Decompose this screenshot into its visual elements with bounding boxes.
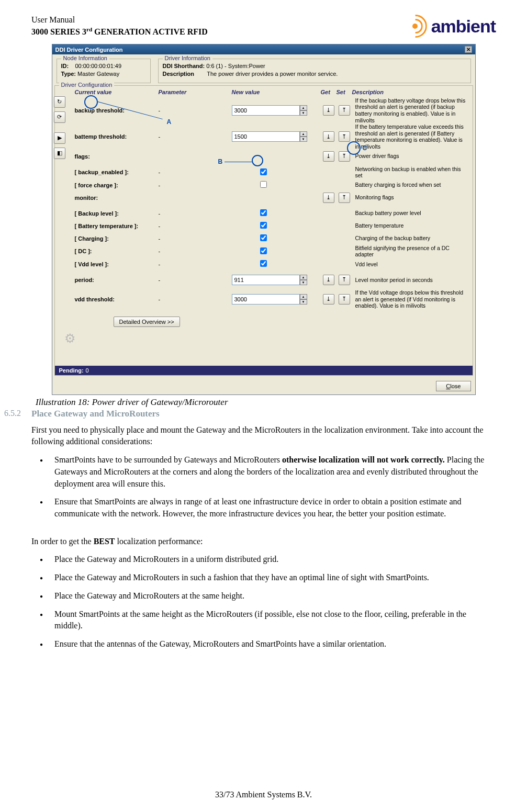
close-icon[interactable]: ✕: [465, 46, 472, 53]
param-label: battemp threshold:: [75, 133, 159, 140]
flag-checkbox[interactable]: [260, 247, 267, 254]
header-line2: 3000 SERIES 3rd GENERATION ACTIVE RFID: [31, 26, 208, 38]
value-input[interactable]: [232, 294, 300, 304]
current-value: -: [159, 223, 232, 229]
flag-checkbox[interactable]: [260, 181, 267, 188]
driver-info-group: Driver Information DDI Shorthand: 0:6 (1…: [158, 59, 471, 83]
section-title: Place Gateway and MicroRouters: [31, 409, 496, 419]
list-item: Place the Gateway and MicroRouters at th…: [54, 590, 496, 602]
list-item: Ensure that SmartPoints are always in ra…: [54, 496, 496, 520]
driver-config-title: Driver Configuration: [59, 82, 115, 88]
current-value: -: [159, 235, 232, 242]
get-icon[interactable]: ⤓: [323, 294, 334, 304]
header-line1: User Manual: [31, 15, 208, 26]
driver-config-group: Driver Configuration ↻ ⟳ ▶ ◧ A B C Curre…: [54, 85, 473, 376]
param-description: If the Vdd voltage drops below this thre…: [352, 289, 468, 309]
value-input[interactable]: [232, 275, 300, 285]
set-icon[interactable]: ⤒: [339, 151, 350, 162]
param-description: Backup battery power level: [352, 210, 468, 217]
reload-icon[interactable]: ↻: [54, 96, 65, 108]
spin-up-icon[interactable]: ▲: [300, 275, 307, 280]
list-item: Place the Gateway and MicroRouters in su…: [54, 572, 496, 584]
param-description: Battery temperature: [352, 222, 468, 229]
set-icon[interactable]: ⤒: [339, 105, 350, 116]
get-icon[interactable]: ⤓: [323, 193, 334, 203]
spin-down-icon[interactable]: ▼: [300, 280, 307, 285]
config-row: flags:⤓⤒Power driver flags: [59, 150, 468, 163]
apply-icon[interactable]: ▶: [54, 132, 65, 144]
get-icon[interactable]: ⤓: [323, 131, 334, 142]
param-description: Power driver flags: [352, 153, 468, 160]
flag-checkbox[interactable]: [260, 260, 267, 267]
detailed-overview-button[interactable]: Detailed Overview >>: [114, 317, 180, 327]
config-row: backup threshold:-▲▼⤓⤒If the backup batt…: [59, 97, 468, 123]
spin-up-icon[interactable]: ▲: [300, 131, 307, 137]
close-button[interactable]: Close: [436, 381, 470, 391]
current-value: -: [159, 169, 232, 175]
spin-up-icon[interactable]: ▲: [300, 294, 307, 299]
logo: ambient: [405, 15, 496, 38]
config-row: [ Vdd level ]:-Vdd level: [59, 258, 468, 270]
param-label: monitor:: [75, 195, 159, 201]
param-label: [ Charging ]:: [75, 235, 159, 242]
config-row: [ DC ]:-Bitfield signifying the presence…: [59, 245, 468, 258]
paragraph-1: First you need to physically place and m…: [31, 424, 496, 448]
list-item: Place the Gateway and MicroRouters in a …: [54, 554, 496, 566]
set-icon[interactable]: ⤒: [339, 275, 350, 285]
get-icon[interactable]: ⤓: [323, 105, 334, 116]
config-row: battemp threshold:-▲▼⤓⤒If the battery te…: [59, 123, 468, 150]
current-value: -: [159, 261, 232, 267]
param-label: backup threshold:: [75, 107, 159, 114]
dialog-button-row: Close: [52, 378, 475, 394]
param-label: [ Battery temperature ]:: [75, 223, 159, 229]
spin-down-icon[interactable]: ▼: [300, 110, 307, 116]
flag-checkbox[interactable]: [260, 222, 267, 229]
param-label: period:: [75, 277, 159, 283]
param-description: Monitoring flags: [352, 194, 468, 201]
get-icon[interactable]: ⤓: [323, 275, 334, 285]
param-description: Battery charging is forced when set: [352, 182, 468, 188]
flag-checkbox[interactable]: [260, 234, 267, 241]
config-row: [ Battery temperature ]:-Battery tempera…: [59, 220, 468, 232]
param-label: [ DC ]:: [75, 248, 159, 254]
set-icon[interactable]: ⤒: [339, 294, 350, 304]
illustration-caption: Illustration 18: Power driver of Gateway…: [36, 397, 496, 408]
current-value: -: [159, 182, 232, 188]
set-icon[interactable]: ⤒: [339, 193, 350, 203]
config-side-buttons: ↻ ⟳ ▶ ◧: [54, 96, 65, 161]
ddi-driver-dialog: DDI Driver Configuration ✕ Node Informat…: [52, 44, 476, 395]
param-description: Vdd level: [352, 261, 468, 268]
config-row: [ Charging ]:-Charging of the backup bat…: [59, 232, 468, 245]
current-value: -: [159, 248, 232, 254]
config-row: [ Backup level ]:-Backup battery power l…: [59, 207, 468, 220]
toggle-icon[interactable]: ◧: [54, 148, 65, 159]
config-row: vdd threshold:-▲▼⤓⤒If the Vdd voltage dr…: [59, 289, 468, 309]
refresh-all-icon[interactable]: ⟳: [54, 111, 65, 123]
spin-down-icon[interactable]: ▼: [300, 137, 307, 142]
config-row: period:-▲▼⤓⤒Level monitor period in seco…: [59, 274, 468, 286]
param-description: If the battery temperature value exceeds…: [352, 123, 468, 150]
value-input[interactable]: [232, 105, 300, 116]
param-label: vdd threshold:: [75, 296, 159, 302]
logo-icon: [405, 15, 428, 38]
dialog-title: DDI Driver Configuration: [55, 47, 123, 53]
param-description: If the backup battery voltage drops belo…: [352, 97, 468, 123]
param-description: Charging of the backup battery: [352, 235, 468, 242]
list-item: SmartPoints have to be surrounded by Gat…: [54, 454, 496, 490]
dialog-titlebar[interactable]: DDI Driver Configuration ✕: [52, 44, 475, 54]
spin-up-icon[interactable]: ▲: [300, 105, 307, 110]
get-icon[interactable]: ⤓: [323, 151, 334, 162]
flag-checkbox[interactable]: [260, 168, 267, 175]
config-row: [ backup_enabled ]:-Networking on backup…: [59, 166, 468, 179]
current-value: -: [159, 210, 232, 217]
spin-down-icon[interactable]: ▼: [300, 299, 307, 304]
paragraph-2: In order to get the BEST localization pe…: [31, 536, 496, 548]
gear-icon: ⚙: [64, 331, 80, 347]
flag-checkbox[interactable]: [260, 209, 267, 216]
header-text: User Manual 3000 SERIES 3rd GENERATION A…: [31, 15, 208, 38]
set-icon[interactable]: ⤒: [339, 131, 350, 142]
param-description: Level monitor period in seconds: [352, 277, 468, 284]
config-row: [ force charge ]:-Battery charging is fo…: [59, 179, 468, 191]
config-row: monitor:⤓⤒Monitoring flags: [59, 191, 468, 204]
value-input[interactable]: [232, 131, 300, 142]
